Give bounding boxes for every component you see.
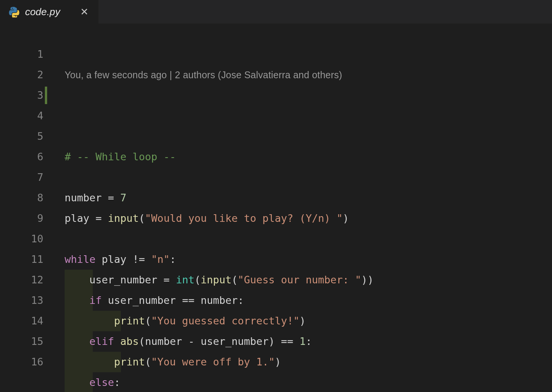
code-line[interactable]: else:: [65, 372, 552, 392]
line-number: 13: [0, 290, 43, 311]
codelens-text: You, a few seconds ago | 2 authors (Jose…: [65, 65, 342, 85]
token-paren: (: [145, 356, 151, 368]
line-number: 2: [0, 65, 43, 85]
token-ident: number: [201, 294, 238, 306]
token-num: 7: [120, 192, 126, 204]
code-line-content: play = input("Would you like to play? (Y…: [65, 212, 349, 224]
token-str: "You guessed correctly!": [151, 315, 300, 327]
code-line[interactable]: [65, 167, 552, 188]
token-op: =: [157, 274, 176, 286]
token-call: abs: [120, 335, 139, 347]
code-line-content: print("You guessed correctly!"): [65, 315, 306, 327]
token-ident: [114, 335, 120, 347]
codelens-annotation[interactable]: You, a few seconds ago | 2 authors (Jose…: [65, 65, 552, 85]
code-line[interactable]: play = input("Would you like to play? (Y…: [65, 208, 552, 229]
token-paren: )): [361, 274, 374, 286]
token-ident: play: [95, 253, 133, 265]
code-line-content: else:: [65, 376, 120, 388]
token-ident: user_number: [102, 294, 182, 306]
line-number: 5: [0, 126, 43, 147]
token-call: print: [114, 315, 145, 327]
token-str: "You were off by 1.": [151, 356, 275, 368]
code-line-content: # -- While loop --: [65, 151, 176, 163]
token-op: =: [102, 192, 121, 204]
code-line-content: elif abs(number - user_number) == 1:: [65, 335, 312, 347]
code-line-content: while play != "n":: [65, 253, 176, 265]
token-str: "n": [151, 253, 170, 265]
token-paren: (: [232, 274, 238, 286]
token-paren: (: [139, 212, 145, 224]
tab-filename: code.py: [25, 6, 60, 18]
token-kw: else: [89, 376, 114, 388]
token-op: ==: [275, 335, 300, 347]
line-number: 6: [0, 147, 43, 167]
token-punct: :: [238, 294, 244, 306]
tab-bar: code.py ✕: [0, 0, 552, 24]
code-line[interactable]: if user_number == number:: [65, 290, 552, 311]
token-paren: ): [269, 335, 275, 347]
line-number: 14: [0, 311, 43, 331]
line-number: 9: [0, 208, 43, 229]
token-str: "Guess our number: ": [238, 274, 361, 286]
token-call: input: [108, 212, 139, 224]
token-paren: ): [343, 212, 349, 224]
token-paren: ): [275, 356, 281, 368]
token-paren: ): [300, 315, 306, 327]
token-paren: (: [139, 335, 145, 347]
token-call: input: [201, 274, 232, 286]
code-line[interactable]: elif abs(number - user_number) == 1:: [65, 331, 552, 352]
token-ident: user_number: [89, 274, 157, 286]
token-op: !=: [133, 253, 151, 265]
token-ident: number: [145, 335, 182, 347]
token-call: print: [114, 356, 145, 368]
line-number: 4: [0, 106, 43, 126]
code-editor[interactable]: 12345678910111213141516 You, a few secon…: [0, 24, 552, 392]
token-ident: user_number: [201, 335, 269, 347]
code-line[interactable]: [65, 229, 552, 249]
line-number-gutter: 12345678910111213141516: [0, 24, 57, 392]
token-op: -: [182, 335, 201, 347]
token-kw: elif: [89, 335, 114, 347]
code-line-content: if user_number == number:: [65, 294, 244, 306]
python-file-icon: [8, 6, 20, 17]
code-line[interactable]: print("You were off by 1."): [65, 352, 552, 372]
code-line[interactable]: number = 7: [65, 188, 552, 208]
token-punct: :: [170, 253, 176, 265]
tab-close-button[interactable]: ✕: [78, 5, 91, 18]
line-number: 8: [0, 188, 43, 208]
gutter-spacer: [0, 24, 43, 44]
token-func: int: [176, 274, 195, 286]
code-area[interactable]: You, a few seconds ago | 2 authors (Jose…: [57, 24, 552, 392]
code-line[interactable]: while play != "n":: [65, 249, 552, 270]
code-line[interactable]: user_number = int(input("Guess our numbe…: [65, 270, 552, 290]
line-number: 11: [0, 249, 43, 270]
code-line[interactable]: print("You guessed correctly!"): [65, 311, 552, 331]
token-paren: (: [194, 274, 200, 286]
line-number: 12: [0, 270, 43, 290]
line-number: 7: [0, 167, 43, 188]
token-paren: (: [145, 315, 151, 327]
token-kw: if: [89, 294, 102, 306]
token-punct: :: [306, 335, 312, 347]
token-kw: while: [65, 253, 95, 265]
line-number: 15: [0, 331, 43, 352]
line-number: 1: [0, 44, 43, 65]
line-number: 16: [0, 352, 43, 372]
token-comment: # -- While loop --: [65, 151, 176, 163]
token-op: =: [89, 212, 108, 224]
token-ident: number: [65, 192, 102, 204]
code-line-content: user_number = int(input("Guess our numbe…: [65, 274, 374, 286]
line-number: 10: [0, 229, 43, 249]
token-op: ==: [182, 294, 201, 306]
token-ident: play: [65, 212, 89, 224]
code-line-content: print("You were off by 1."): [65, 356, 281, 368]
code-line[interactable]: # -- While loop --: [65, 147, 552, 167]
line-number: 3: [0, 85, 43, 106]
token-num: 1: [300, 335, 306, 347]
editor-tab[interactable]: code.py ✕: [0, 0, 99, 24]
token-punct: :: [114, 376, 120, 388]
token-str: "Would you like to play? (Y/n) ": [145, 212, 343, 224]
code-line-content: number = 7: [65, 192, 127, 204]
